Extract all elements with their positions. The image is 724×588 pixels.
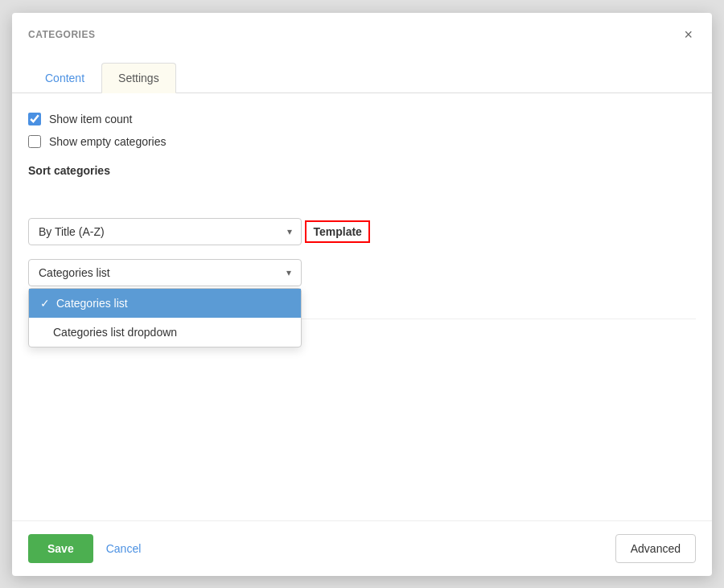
sort-categories-label: Sort categories — [28, 164, 696, 177]
template-dropdown: ✓ Categories list Categories list dropdo… — [28, 288, 302, 347]
show-empty-categories-label: Show empty categories — [49, 135, 167, 148]
dropdown-item-label: Categories list — [56, 297, 128, 310]
template-selected-value: Categories list — [39, 266, 286, 279]
dropdown-item-categories-list-dropdown[interactable]: Categories list dropdown — [29, 318, 301, 347]
dialog-footer: Save Cancel Advanced — [12, 520, 712, 576]
dialog-title: CATEGORIES — [28, 26, 95, 40]
dropdown-item-label-2: Categories list dropdown — [53, 326, 177, 339]
close-button[interactable]: × — [681, 26, 696, 43]
dialog-header: CATEGORIES × — [12, 13, 712, 43]
save-button[interactable]: Save — [28, 534, 93, 563]
show-item-count-row[interactable]: Show item count — [28, 113, 696, 125]
template-chevron-icon: ▾ — [286, 267, 291, 278]
tab-content[interactable]: Content — [28, 63, 101, 93]
template-label: Template — [305, 220, 369, 243]
sort-select-wrapper: By Title (A-Z) By Title (Z-A) By Count — [28, 218, 302, 245]
template-select-trigger[interactable]: Categories list ▾ — [28, 259, 302, 286]
checkmark-icon: ✓ — [40, 297, 50, 310]
advanced-button[interactable]: Advanced — [615, 534, 696, 563]
dialog: CATEGORIES × Content Settings Show item … — [12, 13, 712, 576]
dropdown-item-categories-list[interactable]: ✓ Categories list — [29, 289, 301, 318]
show-item-count-checkbox[interactable] — [28, 113, 41, 125]
tabs-bar: Content Settings — [12, 50, 712, 93]
show-item-count-label: Show item count — [49, 113, 133, 125]
sort-select[interactable]: By Title (A-Z) By Title (Z-A) By Count — [28, 218, 302, 245]
cancel-button[interactable]: Cancel — [103, 534, 145, 563]
tab-settings[interactable]: Settings — [101, 63, 176, 93]
template-select-container: Categories list ▾ ✓ Categories list Cate… — [28, 259, 302, 286]
show-empty-categories-checkbox[interactable] — [28, 135, 41, 148]
dialog-body: Show item count Show empty categories So… — [12, 93, 712, 520]
show-empty-categories-row[interactable]: Show empty categories — [28, 135, 696, 148]
